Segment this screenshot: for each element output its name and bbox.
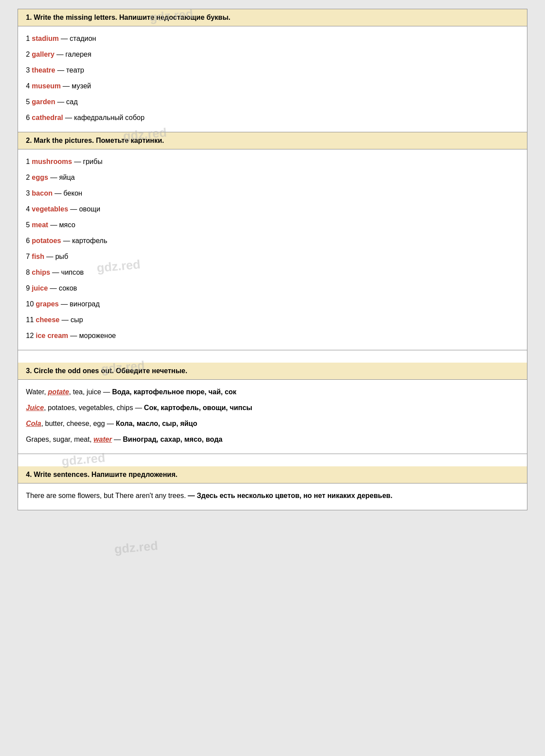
item-number: 2	[26, 51, 32, 58]
list-item: There are some flowers, but There aren't…	[26, 488, 519, 504]
list-item: 7 fish — рыб	[26, 249, 519, 265]
item-number: 10	[26, 300, 36, 308]
list-item: 8 chips — чипсов	[26, 265, 519, 280]
section2-header-text: 2. Mark the pictures. Пометьте картинки.	[26, 137, 164, 144]
before-text: Grapes, sugar, meat,	[26, 436, 94, 443]
list-item: Water, potate, tea, juice — Вода, картоф…	[26, 384, 519, 400]
en-word: vegetables	[32, 205, 68, 213]
en-word: stadium	[32, 35, 58, 42]
en-word: grapes	[36, 300, 58, 308]
russian-text: Кола, масло, сыр, яйцо	[116, 420, 197, 427]
en-word: theatre	[32, 66, 55, 74]
item-number: 12	[26, 332, 36, 339]
section4-header-text: 4. Write sentences. Напишите предложения…	[26, 471, 178, 478]
item-number: 11	[26, 316, 36, 323]
section3-header-text: 3. Circle the odd ones out. Обведите неч…	[26, 367, 187, 374]
russian-text: Виноград, сахар, мясо, вода	[123, 436, 223, 443]
ru-text: — кафедральный собор	[65, 114, 145, 121]
section4-header: 4. Write sentences. Напишите предложения…	[18, 466, 527, 483]
en-word: fish	[32, 253, 44, 260]
ru-text: — галерея	[56, 51, 91, 58]
page-wrapper: 1. Write the missing letters. Напишите н…	[18, 9, 527, 510]
en-word: cheese	[36, 316, 59, 323]
list-item: 1 mushrooms — грибы	[26, 154, 519, 170]
ru-text: — грибы	[74, 158, 102, 165]
list-item: Cola, butter, cheese, egg — Кола, масло,…	[26, 416, 519, 432]
item-number: 4	[26, 205, 32, 213]
en-word: potatoes	[32, 237, 61, 244]
en-word: eggs	[32, 174, 48, 181]
list-item: 11 cheese — сыр	[26, 312, 519, 328]
ru-text: — стадион	[61, 35, 96, 42]
russian-text: Сок, картофель, овощи, чипсы	[144, 404, 252, 411]
ru-text: — музей	[63, 82, 91, 90]
watermark-6: gdz.red	[114, 539, 159, 557]
item-number: 1	[26, 35, 32, 42]
item-number: 6	[26, 237, 32, 244]
odd-word: Cola	[26, 420, 41, 427]
item-number: 3	[26, 66, 32, 74]
list-item: 5 meat — мясо	[26, 217, 519, 233]
ru-text: — бекон	[54, 189, 82, 197]
ru-text: — соков	[50, 284, 77, 292]
list-item: 4 vegetables — овощи	[26, 201, 519, 217]
list-item: 6 cathedral — кафедральный собор	[26, 110, 519, 126]
after-text: , potatoes, vegetables, chips —	[44, 404, 144, 411]
list-item: 9 juice — соков	[26, 280, 519, 296]
list-item: 3 theatre — театр	[26, 62, 519, 78]
item-number: 7	[26, 253, 32, 260]
ru-text: — мороженое	[70, 332, 116, 339]
ru-text: — чипсов	[52, 269, 84, 276]
en-word: museum	[32, 82, 61, 90]
item-number: 1	[26, 158, 32, 165]
list-item: 3 bacon — бекон	[26, 185, 519, 201]
list-item: Juice, potatoes, vegetables, chips — Сок…	[26, 400, 519, 416]
en-word: bacon	[32, 189, 52, 197]
en-word: gallery	[32, 51, 54, 58]
en-word: cathedral	[32, 114, 63, 121]
list-item: 2 gallery — галерея	[26, 47, 519, 62]
item-number: 5	[26, 98, 32, 105]
russian-text: Вода, картофельное пюре, чай, сок	[112, 388, 236, 396]
section1-header: 1. Write the missing letters. Напишите н…	[18, 9, 527, 26]
odd-word: potate	[48, 388, 69, 396]
item-number: 9	[26, 284, 32, 292]
list-item: 12 ice cream — мороженое	[26, 328, 519, 344]
english-text: There are some flowers, but There aren't…	[26, 492, 188, 499]
item-number: 8	[26, 269, 32, 276]
ru-text: — сыр	[62, 316, 83, 323]
section2-content: 1 mushrooms — грибы2 eggs — яйца3 bacon …	[18, 149, 527, 350]
ru-text: — мясо	[50, 221, 75, 229]
section1-header-text: 1. Write the missing letters. Напишите н…	[26, 14, 230, 21]
ru-text: — яйца	[50, 174, 75, 181]
en-word: mushrooms	[32, 158, 72, 165]
odd-word: Juice	[26, 404, 44, 411]
section4-content: There are some flowers, but There aren't…	[18, 483, 527, 510]
after-text: , tea, juice —	[69, 388, 112, 396]
section1-content: 1 stadium — стадион2 gallery — галерея3 …	[18, 26, 527, 132]
ru-text: — картофель	[63, 237, 107, 244]
section3-header: 3. Circle the odd ones out. Обведите неч…	[18, 363, 527, 380]
item-number: 4	[26, 82, 32, 90]
section2-header: 2. Mark the pictures. Пометьте картинки.	[18, 132, 527, 149]
list-item: 2 eggs — яйца	[26, 170, 519, 185]
item-number: 5	[26, 221, 32, 229]
en-word: chips	[32, 269, 50, 276]
en-word: meat	[32, 221, 48, 229]
after-text: —	[112, 436, 123, 443]
ru-text: — театр	[57, 66, 84, 74]
item-number: 6	[26, 114, 32, 121]
list-item: 6 potatoes — картофель	[26, 233, 519, 249]
item-number: 3	[26, 189, 32, 197]
before-text: Water,	[26, 388, 48, 396]
ru-text: — виноград	[61, 300, 100, 308]
en-word: juice	[32, 284, 47, 292]
list-item: 10 grapes — виноград	[26, 296, 519, 312]
en-word: garden	[32, 98, 55, 105]
russian-text: — Здесь есть несколько цветов, но нет ни…	[188, 492, 392, 499]
ru-text: — рыб	[46, 253, 68, 260]
item-number: 2	[26, 174, 32, 181]
list-item: 5 garden — сад	[26, 94, 519, 110]
ru-text: — сад	[57, 98, 78, 105]
list-item: Grapes, sugar, meat, water — Виноград, с…	[26, 432, 519, 447]
